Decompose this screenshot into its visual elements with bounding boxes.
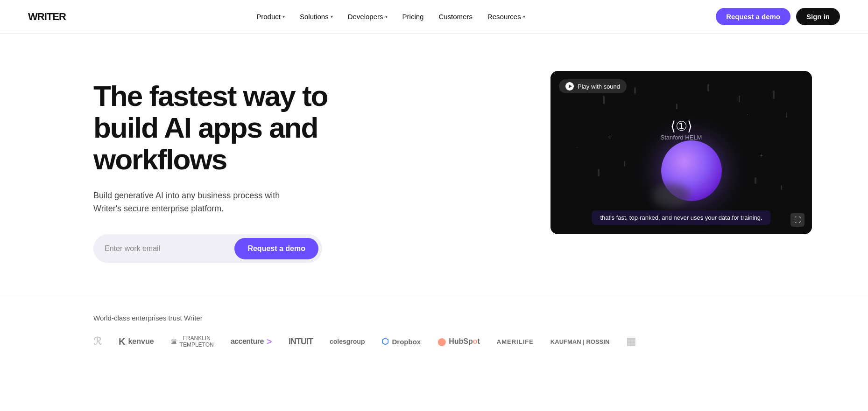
logo-dropbox: ⬡ Dropbox bbox=[381, 336, 421, 347]
logos-label: World-class enterprises trust Writer bbox=[93, 314, 812, 322]
play-label: Play with sound bbox=[578, 83, 620, 90]
request-demo-hero-button[interactable]: Request a demo bbox=[234, 238, 318, 259]
logo-r-icon: ℛ bbox=[93, 335, 102, 348]
fullscreen-button[interactable]: ⛶ bbox=[790, 213, 804, 227]
chevron-down-icon: ▾ bbox=[523, 14, 525, 19]
hero-section: The fastest way to build AI apps and wor… bbox=[0, 34, 868, 295]
fullscreen-icon: ⛶ bbox=[794, 216, 801, 223]
logo-accenture: accenture > bbox=[231, 336, 272, 347]
stanford-badge: ⟨①⟩ Stanford HELM bbox=[661, 120, 702, 141]
signin-button[interactable]: Sign in bbox=[796, 8, 840, 25]
email-input[interactable] bbox=[105, 244, 234, 253]
crown-icon: ⟨①⟩ bbox=[670, 120, 692, 133]
play-sound-button[interactable]: Play with sound bbox=[559, 79, 627, 93]
logo-amerilife: AMERILIFE bbox=[497, 338, 534, 345]
dropbox-icon: ⬡ bbox=[381, 336, 389, 347]
hubspot-icon: ⬤ bbox=[438, 337, 446, 346]
chevron-down-icon: ▾ bbox=[385, 14, 388, 19]
logo-coles: colesgroup bbox=[330, 338, 365, 345]
chevron-down-icon: ▾ bbox=[331, 14, 333, 19]
hero-subtitle: Build generative AI into any business pr… bbox=[93, 189, 308, 216]
accenture-accent: > bbox=[267, 336, 272, 347]
logo-kenvue: K kenvue bbox=[119, 336, 154, 347]
play-icon bbox=[565, 82, 574, 91]
stanford-label: Stanford HELM bbox=[661, 134, 702, 141]
nav-items: Product ▾ Solutions ▾ Developers ▾ Prici… bbox=[256, 13, 525, 21]
hero-content: The fastest way to build AI apps and wor… bbox=[93, 71, 364, 263]
navbar: WRITER Product ▾ Solutions ▾ Developers … bbox=[0, 0, 868, 34]
logo-franklin-templeton: 🏛 FRANKLIN TEMPLETON bbox=[171, 335, 214, 348]
logos-row: ℛ K kenvue 🏛 FRANKLIN TEMPLETON accentur… bbox=[93, 335, 812, 348]
nav-product[interactable]: Product ▾ bbox=[256, 13, 285, 21]
hero-title: The fastest way to build AI apps and wor… bbox=[93, 80, 364, 176]
video-panel: + + · · ⟨①⟩ Stanford HELM Play with soun… bbox=[550, 71, 812, 234]
nav-developers[interactable]: Developers ▾ bbox=[348, 13, 388, 21]
sphere-shadow bbox=[652, 184, 690, 207]
franklin-icon: 🏛 bbox=[171, 338, 177, 346]
nav-actions: Request a demo Sign in bbox=[716, 8, 840, 25]
video-caption: that's fast, top-ranked, and never uses … bbox=[592, 210, 770, 225]
logo-r: ℛ bbox=[93, 335, 102, 348]
request-demo-nav-button[interactable]: Request a demo bbox=[716, 8, 790, 25]
email-form: Request a demo bbox=[93, 234, 322, 263]
brand-logo[interactable]: WRITER bbox=[28, 11, 66, 23]
extra-logo-icon: ▦ bbox=[626, 335, 636, 348]
chevron-down-icon: ▾ bbox=[282, 14, 285, 19]
nav-solutions[interactable]: Solutions ▾ bbox=[300, 13, 333, 21]
nav-resources[interactable]: Resources ▾ bbox=[487, 13, 525, 21]
nav-customers[interactable]: Customers bbox=[438, 13, 473, 21]
logo-hubspot: ⬤ HubSpot bbox=[438, 337, 480, 346]
logo-extra: ▦ bbox=[626, 335, 636, 348]
nav-pricing[interactable]: Pricing bbox=[402, 13, 424, 21]
logo-kaufman-rossin: KAUFMAN | ROSSIN bbox=[550, 338, 609, 345]
video-inner: + + · · ⟨①⟩ Stanford HELM Play with soun… bbox=[550, 71, 812, 234]
logos-section: World-class enterprises trust Writer ℛ K… bbox=[0, 295, 868, 376]
logo-intuit: INTUIT bbox=[289, 337, 313, 347]
kenvue-k-icon: K bbox=[119, 336, 125, 347]
